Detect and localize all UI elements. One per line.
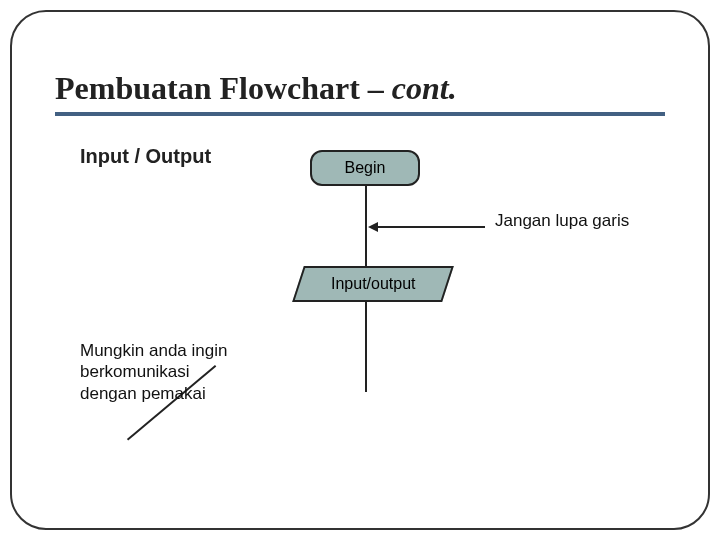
- note-left-line3: dengan pemakai: [80, 383, 280, 404]
- page-title: Pembuatan Flowchart – cont.: [55, 70, 457, 106]
- title-cont: cont.: [392, 70, 457, 106]
- io-block-label: Input/output: [331, 275, 416, 293]
- io-block: Input/output: [292, 266, 454, 302]
- arrow-note-right: [370, 226, 485, 228]
- terminal-begin: Begin: [310, 150, 420, 186]
- terminal-begin-label: Begin: [345, 159, 386, 177]
- note-left-line1: Mungkin anda ingin: [80, 340, 280, 361]
- flowchart-canvas: Begin Jangan lupa garis Input/output Mun…: [80, 140, 660, 500]
- connector-begin-io: [365, 186, 367, 266]
- note-left-line2: berkomunikasi: [80, 361, 280, 382]
- connector-io-down: [365, 302, 367, 392]
- note-left: Mungkin anda ingin berkomunikasi dengan …: [80, 340, 280, 404]
- note-right: Jangan lupa garis: [495, 210, 629, 231]
- title-main: Pembuatan Flowchart –: [55, 70, 392, 106]
- title-row: Pembuatan Flowchart – cont.: [55, 70, 665, 107]
- title-underline: [55, 112, 665, 116]
